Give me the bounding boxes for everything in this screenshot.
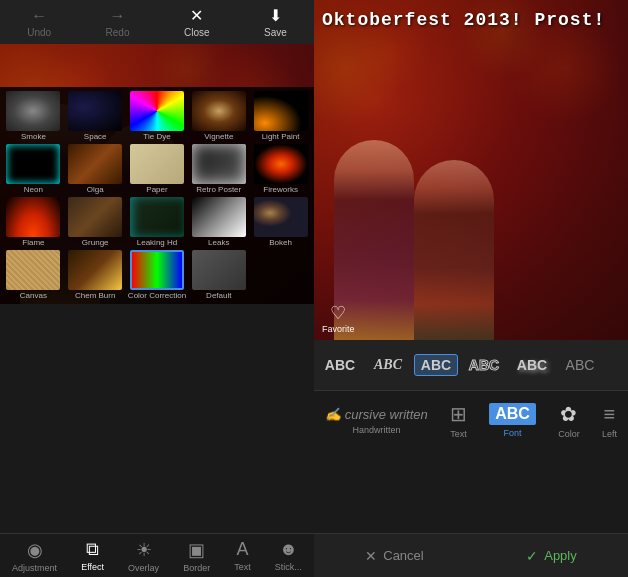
effect-olga[interactable]: Olga (66, 144, 125, 194)
redo-button[interactable]: → Redo (106, 7, 130, 38)
color-wheel-icon: ✿ (560, 402, 577, 426)
effect-label-default: Default (206, 291, 231, 300)
font-style-outline[interactable]: ABC (462, 355, 506, 375)
effect-canvas[interactable]: Canvas (4, 250, 63, 300)
handwritten-icon: ✍ cursive written (325, 407, 428, 422)
cancel-label: Cancel (383, 548, 423, 563)
heart-icon: ♡ (330, 302, 346, 324)
effect-leaks[interactable]: Leaks (189, 197, 248, 247)
favorite-button[interactable]: ♡ Favorite (322, 302, 355, 334)
effect-thumb-lightpaint (254, 91, 308, 131)
effect-label-chemburn: Chem Burn (75, 291, 115, 300)
effect-colorcorrection[interactable]: Color Correction (128, 250, 187, 300)
effect-bokeh[interactable]: Bokeh (251, 197, 310, 247)
apply-button[interactable]: ✓ Apply (510, 544, 593, 568)
effect-thumb-smoke (6, 91, 60, 131)
color-btn-label: Color (558, 429, 580, 439)
font-style-plain[interactable]: ABC (318, 355, 362, 375)
font-preview-outline: ABC (469, 357, 499, 373)
font-preview-selected: ABC (421, 357, 451, 373)
effect-label-smoke: Smoke (21, 132, 46, 141)
effect-thumb-olga (68, 144, 122, 184)
text-control-color[interactable]: ✿ Color (558, 402, 580, 439)
close-button[interactable]: ✕ Close (184, 6, 210, 38)
save-button[interactable]: ⬇ Save (264, 6, 287, 38)
effect-thumb-tiedye (130, 91, 184, 131)
font-style-italic[interactable]: ABC (366, 355, 410, 375)
font-preview-control: ABC (489, 403, 536, 425)
tool-sticker[interactable]: ☻ Stick... (275, 539, 302, 572)
cancel-button[interactable]: ✕ Cancel (349, 544, 439, 568)
tool-effect[interactable]: ⧉ Effect (81, 539, 104, 572)
effect-space[interactable]: Space (66, 91, 125, 141)
effect-thumb-leaks (192, 197, 246, 237)
effect-label-vignette: Vignette (204, 132, 233, 141)
apply-icon: ✓ (526, 548, 538, 564)
font-preview-plain: ABC (325, 357, 355, 373)
photo-color-overlay-right (314, 0, 628, 340)
tool-text[interactable]: A Text (234, 539, 251, 572)
effect-thumb-flame (6, 197, 60, 237)
effect-label-grunge: Grunge (82, 238, 109, 247)
effect-default[interactable]: Default (189, 250, 248, 300)
effect-paper[interactable]: Paper (128, 144, 187, 194)
align-btn-label: Left (602, 429, 617, 439)
effect-label-paper: Paper (146, 185, 167, 194)
close-icon: ✕ (190, 6, 203, 25)
border-icon: ▣ (188, 539, 205, 561)
tool-border[interactable]: ▣ Border (183, 539, 210, 573)
favorite-label: Favorite (322, 324, 355, 334)
effect-thumb-canvas (6, 250, 60, 290)
redo-icon: → (110, 7, 126, 25)
cancel-icon: ✕ (365, 548, 377, 564)
effect-thumb-grunge (68, 197, 122, 237)
font-style-light[interactable]: ABC (558, 355, 602, 375)
adjustment-icon: ◉ (27, 539, 43, 561)
effect-thumb-space (68, 91, 122, 131)
font-preview-italic: ABC (374, 357, 402, 373)
text-control-align[interactable]: ≡ Left (602, 403, 617, 439)
effect-grunge[interactable]: Grunge (66, 197, 125, 247)
effect-tiedye[interactable]: Tie Dye (128, 91, 187, 141)
effect-thumb-leakinghd (130, 197, 184, 237)
apply-label: Apply (544, 548, 577, 563)
effect-vignette[interactable]: Vignette (189, 91, 248, 141)
effect-lightpaint[interactable]: Light Paint (251, 91, 310, 141)
undo-button[interactable]: ← Undo (27, 7, 51, 38)
font-btn-label: Font (504, 428, 522, 438)
effect-leakinghd[interactable]: Leaking Hd (128, 197, 187, 247)
handwritten-label: Handwritten (352, 425, 400, 435)
font-style-strip: ABC ABC ABC ABC ABC ABC (314, 340, 628, 390)
effect-flame[interactable]: Flame (4, 197, 63, 247)
text-control-handwritten[interactable]: ✍ cursive written Handwritten (325, 407, 428, 435)
text-control-font[interactable]: ABC Font (489, 403, 536, 438)
font-style-selected[interactable]: ABC (414, 354, 458, 376)
font-style-shadow[interactable]: ABC (510, 355, 554, 375)
text-btn-label: Text (450, 429, 467, 439)
font-preview-shadow: ABC (517, 357, 547, 373)
text-control-text[interactable]: ⊞ Text (450, 402, 467, 439)
effect-chemburn[interactable]: Chem Burn (66, 250, 125, 300)
effect-thumb-colorcorrection (130, 250, 184, 290)
effect-label-colorcorrection: Color Correction (128, 291, 186, 300)
effect-thumb-neon (6, 144, 60, 184)
photo-background-right (314, 0, 628, 340)
effect-neon[interactable]: Neon (4, 144, 63, 194)
right-panel: Oktoberfest 2013! Prost! ♡ Favorite ABC … (314, 0, 628, 577)
effect-retroposter[interactable]: Retro Poster (189, 144, 248, 194)
effect-label-canvas: Canvas (20, 291, 47, 300)
text-editing-controls: ✍ cursive written Handwritten ⊞ Text ABC… (314, 390, 628, 450)
effect-thumb-fireworks (254, 144, 308, 184)
top-toolbar: ← Undo → Redo ✕ Close ⬇ Save (0, 0, 314, 44)
effect-fireworks[interactable]: Fireworks (251, 144, 310, 194)
font-preview-light: ABC (566, 357, 595, 373)
effect-thumb-default (192, 250, 246, 290)
tool-adjustment[interactable]: ◉ Adjustment (12, 539, 57, 573)
effect-smoke[interactable]: Smoke (4, 91, 63, 141)
effect-icon: ⧉ (86, 539, 99, 560)
effect-thumb-bokeh (254, 197, 308, 237)
effect-thumb-paper (130, 144, 184, 184)
save-icon: ⬇ (269, 6, 282, 25)
undo-icon: ← (31, 7, 47, 25)
tool-overlay[interactable]: ☀ Overlay (128, 539, 159, 573)
